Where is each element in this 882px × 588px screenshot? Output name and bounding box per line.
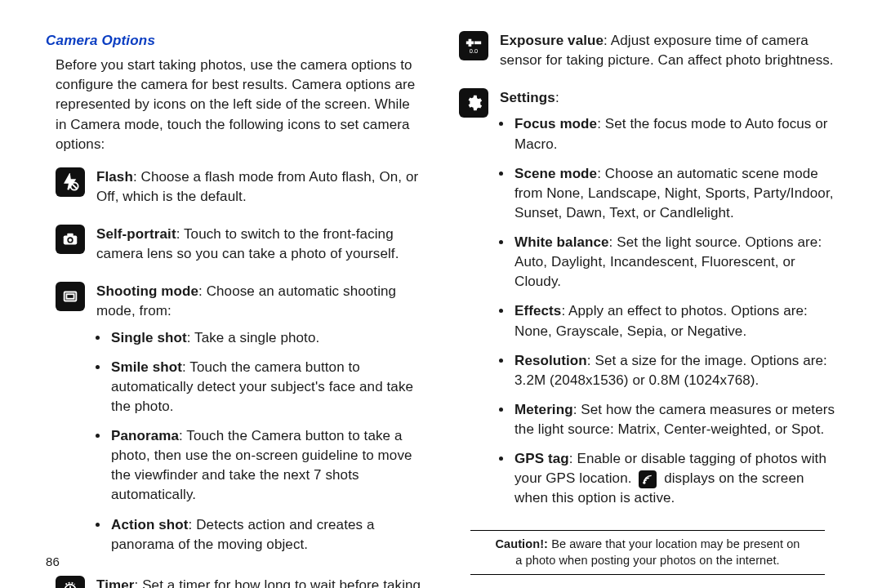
- self-label: Self-portrait: [96, 226, 176, 242]
- option-timer: OFF Timer: Set a timer for how long to w…: [56, 576, 423, 588]
- flash-label: Flash: [96, 169, 133, 185]
- exposure-icon: 0.0: [459, 31, 488, 60]
- timer-label: Timer: [96, 577, 135, 588]
- option-shooting-mode: Shooting mode: Choose an automatic shoot…: [56, 282, 423, 564]
- shooting-mode-icon: [56, 282, 85, 311]
- list-item: White balance: Set the light source. Opt…: [513, 233, 836, 292]
- svg-text:0.0: 0.0: [470, 47, 478, 55]
- sub-label: Resolution: [514, 353, 587, 368]
- option-self-portrait: Self-portrait: Touch to switch to the fr…: [56, 225, 423, 270]
- right-column: 0.0 Exposure value: Adjust exposure time…: [459, 31, 836, 588]
- sub-label: Smile shot: [111, 359, 182, 375]
- option-body: Self-portrait: Touch to switch to the fr…: [96, 225, 423, 270]
- svg-rect-7: [66, 295, 74, 300]
- list-item: Panorama: Touch the Camera button to tak…: [109, 426, 423, 506]
- svg-rect-11: [466, 42, 474, 45]
- settings-colon: :: [555, 90, 559, 105]
- flash-text: : Choose a flash mode from Auto flash, O…: [96, 169, 418, 204]
- svg-line-1: [72, 184, 77, 189]
- option-flash: Flash: Choose a flash mode from Auto fla…: [56, 167, 423, 213]
- option-body: Settings: Focus mode: Set the focus mode…: [500, 88, 836, 518]
- page-number: 86: [46, 553, 60, 570]
- sub-label: Action shot: [111, 517, 189, 532]
- list-item: Focus mode: Set the focus mode to Auto f…: [513, 114, 836, 154]
- list-item: GPS tag: Enable or disable tagging of ph…: [513, 449, 836, 508]
- timer-text: : Set a timer for how long to wait befor…: [96, 577, 421, 588]
- sub-label: Focus mode: [514, 116, 597, 131]
- sub-label: Scene mode: [514, 166, 597, 181]
- option-body: Timer: Set a timer for how long to wait …: [96, 576, 423, 588]
- svg-rect-3: [67, 234, 73, 237]
- list-item: Action shot: Detects action and creates …: [109, 515, 423, 555]
- caution-text: Be aware that your location may be prese…: [515, 537, 800, 568]
- settings-label: Settings: [500, 90, 555, 105]
- caution-label: Caution!:: [495, 537, 548, 550]
- shooting-label: Shooting mode: [96, 283, 198, 299]
- settings-icon: [459, 88, 488, 118]
- timer-icon: OFF: [56, 576, 85, 588]
- caution-note: Caution!: Be aware that your location ma…: [470, 530, 825, 575]
- sub-label: GPS tag: [514, 451, 569, 466]
- list-item: Scene mode: Choose an automatic scene mo…: [513, 164, 836, 223]
- manual-page: Camera Options Before you start taking p…: [0, 0, 882, 588]
- list-item: Single shot: Take a single photo.: [109, 328, 423, 348]
- sub-label: White balance: [514, 234, 609, 250]
- sub-label: Single shot: [111, 330, 187, 345]
- option-body: Shooting mode: Choose an automatic shoot…: [96, 282, 423, 564]
- option-body: Exposure value: Adjust exposure time of …: [500, 31, 836, 77]
- svg-rect-12: [474, 42, 481, 45]
- section-heading: Camera Options: [46, 31, 423, 51]
- left-column: Camera Options Before you start taking p…: [46, 31, 423, 588]
- sub-text: : Take a single photo.: [187, 330, 320, 345]
- list-item: Smile shot: Touch the camera button to a…: [109, 358, 423, 416]
- list-item: Metering: Set how the camera measures or…: [513, 400, 836, 439]
- intro-paragraph: Before you start taking photos, use the …: [46, 56, 423, 154]
- settings-sublist: Focus mode: Set the focus mode to Auto f…: [513, 114, 836, 508]
- self-portrait-icon: [56, 225, 85, 254]
- sub-label: Panorama: [111, 428, 179, 443]
- flash-icon: [56, 167, 85, 197]
- exposure-label: Exposure value: [500, 33, 604, 48]
- svg-point-14: [644, 482, 645, 483]
- list-item: Effects: Apply an effect to photos. Opti…: [513, 301, 836, 341]
- svg-point-5: [69, 238, 72, 242]
- option-body: Flash: Choose a flash mode from Auto fla…: [96, 167, 423, 213]
- sub-label: Effects: [514, 303, 561, 318]
- gps-signal-icon: [639, 470, 657, 488]
- sub-label: Metering: [514, 402, 573, 417]
- option-settings: Settings: Focus mode: Set the focus mode…: [459, 88, 836, 518]
- shooting-sublist: Single shot: Take a single photo. Smile …: [109, 328, 423, 555]
- list-item: Resolution: Set a size for the image. Op…: [513, 351, 836, 390]
- option-exposure: 0.0 Exposure value: Adjust exposure time…: [459, 31, 836, 77]
